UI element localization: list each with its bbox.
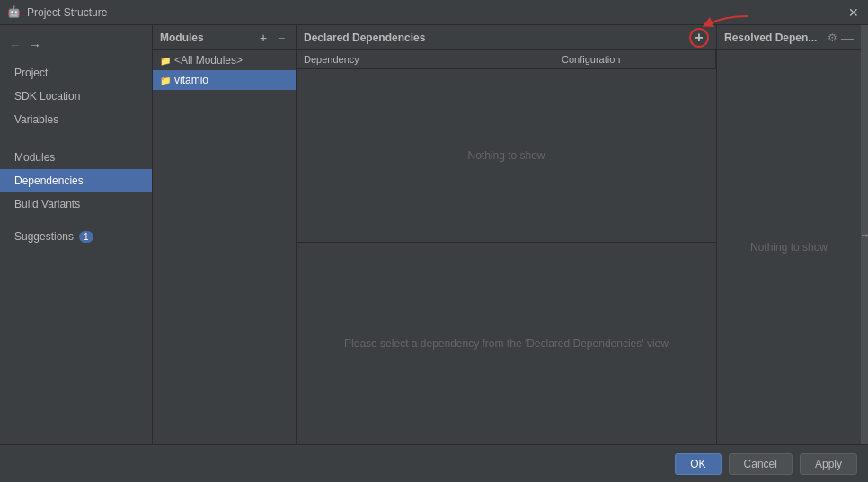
back-arrow[interactable]: ← — [7, 36, 23, 54]
declared-deps-detail-section: Please select a dependency from the 'Dec… — [297, 243, 716, 444]
sidebar-item-suggestions[interactable]: Suggestions 1 — [0, 227, 152, 246]
sidebar-divider-2 — [0, 219, 152, 227]
resolved-deps-actions: ⚙ — — [828, 31, 854, 45]
declared-deps-header: Declared Dependencies + — [297, 25, 716, 50]
close-button[interactable]: ✕ — [846, 5, 861, 20]
apply-button[interactable]: Apply — [800, 453, 857, 475]
modules-panel-header: Modules + − — [153, 25, 296, 50]
nav-arrows: ← → — [0, 32, 152, 58]
add-dep-container: + — [689, 28, 709, 48]
app-icon: 🤖 — [7, 5, 22, 20]
resolved-deps-empty-state: Nothing to show — [717, 50, 861, 444]
sidebar-item-project[interactable]: Project — [0, 61, 152, 85]
sidebar-item-modules[interactable]: Modules — [0, 146, 152, 169]
modules-panel: Modules + − 📁 <All Modules> 📁 vitamio — [153, 25, 297, 444]
configuration-column-header: Configuration — [554, 50, 716, 68]
suggestions-badge: 1 — [79, 231, 93, 243]
declared-deps-empty-state: Nothing to show — [297, 69, 716, 243]
select-dep-message: Please select a dependency from the 'Dec… — [344, 337, 669, 350]
title-bar: 🤖 Project Structure ✕ — [0, 0, 868, 25]
deps-column-headers: Dependency Configuration — [297, 50, 716, 69]
resolved-deps-nothing-label: Nothing to show — [750, 241, 828, 254]
sidebar-section-bottom: Modules Dependencies Build Variants — [0, 142, 152, 219]
resolved-deps-title: Resolved Depen... — [724, 31, 817, 44]
module-list: 📁 <All Modules> 📁 vitamio — [153, 50, 296, 444]
right-edge-tab[interactable]: f — [861, 25, 868, 444]
window-title: Project Structure — [27, 6, 846, 19]
dependency-column-header: Dependency — [297, 50, 554, 68]
sidebar-item-sdk-location[interactable]: SDK Location — [0, 85, 152, 108]
modules-panel-title: Modules — [160, 31, 204, 44]
modules-panel-actions: + − — [256, 31, 288, 45]
sidebar-item-build-variants[interactable]: Build Variants — [0, 192, 152, 216]
module-item-all-modules[interactable]: 📁 <All Modules> — [153, 50, 296, 70]
forward-arrow[interactable]: → — [27, 36, 43, 54]
declared-deps-nothing-label: Nothing to show — [467, 149, 545, 162]
sidebar-item-dependencies[interactable]: Dependencies — [0, 169, 152, 192]
resolved-deps-panel: Resolved Depen... ⚙ — Nothing to show — [717, 25, 861, 444]
main-container: ← → Project SDK Location Variables Modul… — [0, 25, 868, 444]
sidebar-divider-1 — [0, 135, 152, 142]
module-folder-icon: 📁 — [160, 56, 171, 66]
module-folder-icon-vitamio: 📁 — [160, 76, 171, 85]
remove-module-button[interactable]: − — [274, 31, 288, 45]
bottom-bar: OK Cancel Apply — [0, 444, 868, 482]
add-dependency-button[interactable]: + — [689, 28, 709, 48]
module-item-vitamio[interactable]: 📁 vitamio — [153, 70, 296, 90]
add-module-button[interactable]: + — [256, 31, 270, 45]
resolved-settings-icon[interactable]: ⚙ — [828, 31, 837, 44]
cancel-button[interactable]: Cancel — [729, 453, 793, 475]
resolved-deps-header: Resolved Depen... ⚙ — — [717, 25, 861, 50]
ok-button[interactable]: OK — [675, 453, 721, 475]
sidebar-item-variables[interactable]: Variables — [0, 108, 152, 131]
declared-deps-title: Declared Dependencies — [304, 31, 425, 44]
resolved-minimize-icon[interactable]: — — [841, 31, 854, 45]
sidebar: ← → Project SDK Location Variables Modul… — [0, 25, 153, 444]
declared-deps-panel: Declared Dependencies + Dependency — [297, 25, 717, 444]
sidebar-section-top: Project SDK Location Variables — [0, 58, 152, 135]
